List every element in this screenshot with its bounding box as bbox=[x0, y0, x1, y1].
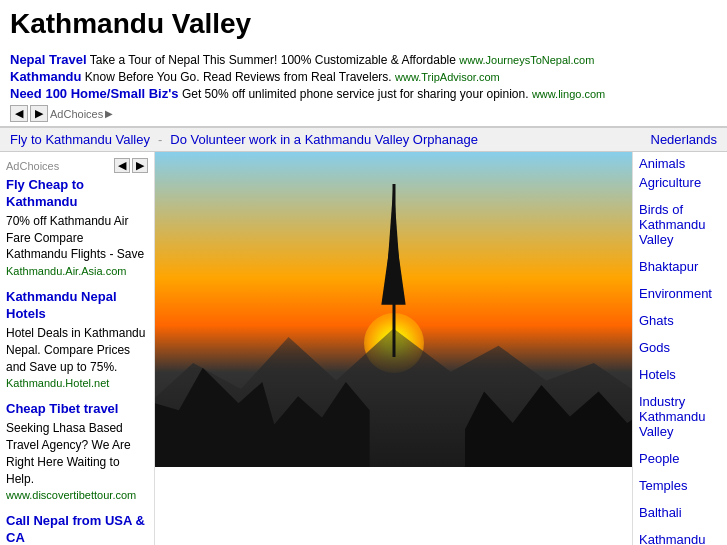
ad-row: Need 100 Home/Small Biz's Get 50% off un… bbox=[10, 86, 717, 101]
ad-row: Kathmandu Know Before You Go. Read Revie… bbox=[10, 69, 717, 84]
left-ad-3-title[interactable]: Cheap Tibet travel bbox=[6, 401, 118, 416]
left-adchoices-label: AdChoices bbox=[6, 160, 59, 172]
right-separator bbox=[639, 497, 721, 505]
sidebar-item-industry[interactable]: Industry Kathmandu Valley bbox=[639, 394, 721, 439]
right-separator bbox=[639, 194, 721, 202]
ad-link-small-biz[interactable]: Need 100 Home/Small Biz's bbox=[10, 86, 179, 101]
right-separator bbox=[639, 524, 721, 532]
ad-bar: Nepal Travel Take a Tour of Nepal This S… bbox=[0, 46, 727, 127]
nav-link-volunteer[interactable]: Do Volunteer work in a Kathmandu Valley … bbox=[170, 132, 478, 147]
left-ad-1-title[interactable]: Fly Cheap to Kathmandu bbox=[6, 177, 84, 209]
left-ad-4-title[interactable]: Call Nepal from USA & CA bbox=[6, 513, 145, 545]
ad-url[interactable]: www.lingo.com bbox=[532, 88, 605, 100]
sidebar-item-birds[interactable]: Birds of Kathmandu Valley bbox=[639, 202, 721, 247]
ad-link-nepal-travel[interactable]: Nepal Travel bbox=[10, 52, 87, 67]
sidebar-item-balthali[interactable]: Balthali bbox=[639, 505, 721, 520]
left-ad-1: Fly Cheap to Kathmandu 70% off Kathmandu… bbox=[6, 177, 148, 277]
left-column: AdChoices ◀ ▶ Fly Cheap to Kathmandu 70%… bbox=[0, 152, 155, 545]
sidebar-item-kathmandu[interactable]: Kathmandu bbox=[639, 532, 721, 545]
sidebar-item-agriculture[interactable]: Agriculture bbox=[639, 175, 721, 190]
left-ad-4: Call Nepal from USA & CA Simple. Afforda… bbox=[6, 513, 148, 545]
nav-separator: - bbox=[158, 132, 162, 147]
left-ad-2: Kathmandu Nepal Hotels Hotel Deals in Ka… bbox=[6, 289, 148, 389]
page-title: Kathmandu Valley bbox=[0, 0, 727, 46]
ad-next-button[interactable]: ▶ bbox=[30, 105, 48, 122]
sidebar-item-ghats[interactable]: Ghats bbox=[639, 313, 721, 328]
main-layout: AdChoices ◀ ▶ Fly Cheap to Kathmandu 70%… bbox=[0, 152, 727, 545]
adchoices-label: AdChoices ▶ bbox=[50, 108, 113, 120]
nav-language[interactable]: Nederlands bbox=[651, 132, 718, 147]
left-ad-1-url[interactable]: Kathmandu.Air.Asia.com bbox=[6, 265, 148, 277]
ad-text: Get 50% off unlimited phone service just… bbox=[182, 87, 532, 101]
ad-nav: ◀ ▶ AdChoices ▶ bbox=[10, 105, 717, 122]
ad-text: Take a Tour of Nepal This Summer! 100% C… bbox=[90, 53, 460, 67]
left-ad-2-body: Hotel Deals in Kathmandu Nepal. Compare … bbox=[6, 325, 148, 375]
ad-url[interactable]: www.JourneysToNepal.com bbox=[459, 54, 594, 66]
right-separator bbox=[639, 332, 721, 340]
nav-bar: Fly to Kathmandu Valley - Do Volunteer w… bbox=[0, 127, 727, 152]
right-column: Animals Agriculture Birds of Kathmandu V… bbox=[632, 152, 727, 545]
right-separator bbox=[639, 305, 721, 313]
sidebar-item-people[interactable]: People bbox=[639, 451, 721, 466]
nav-links: Fly to Kathmandu Valley - Do Volunteer w… bbox=[10, 132, 478, 147]
left-adchoices-nav: ◀ ▶ bbox=[114, 158, 148, 173]
center-column bbox=[155, 152, 632, 545]
left-ad-2-url[interactable]: Kathmandu.Hotel.net bbox=[6, 377, 148, 389]
left-ad-1-body: 70% off Kathmandu Air Fare Compare Kathm… bbox=[6, 213, 148, 263]
left-ad-prev-button[interactable]: ◀ bbox=[114, 158, 130, 173]
left-ad-3-body: Seeking Lhasa Based Travel Agency? We Ar… bbox=[6, 420, 148, 487]
sunset-image bbox=[155, 152, 632, 467]
right-separator bbox=[639, 470, 721, 478]
ad-link-kathmandu[interactable]: Kathmandu bbox=[10, 69, 82, 84]
right-separator bbox=[639, 278, 721, 286]
right-separator bbox=[639, 359, 721, 367]
ad-text: Know Before You Go. Read Reviews from Re… bbox=[85, 70, 395, 84]
nav-link-fly[interactable]: Fly to Kathmandu Valley bbox=[10, 132, 150, 147]
right-separator bbox=[639, 251, 721, 259]
ad-row: Nepal Travel Take a Tour of Nepal This S… bbox=[10, 52, 717, 67]
right-separator bbox=[639, 443, 721, 451]
sidebar-item-temples[interactable]: Temples bbox=[639, 478, 721, 493]
left-ad-2-title[interactable]: Kathmandu Nepal Hotels bbox=[6, 289, 117, 321]
sidebar-item-bhaktapur[interactable]: Bhaktapur bbox=[639, 259, 721, 274]
left-ad-next-button[interactable]: ▶ bbox=[132, 158, 148, 173]
sidebar-item-animals[interactable]: Animals bbox=[639, 156, 721, 171]
left-adchoices-bar: AdChoices ◀ ▶ bbox=[6, 158, 148, 173]
sidebar-item-hotels[interactable]: Hotels bbox=[639, 367, 721, 382]
left-ad-3: Cheap Tibet travel Seeking Lhasa Based T… bbox=[6, 401, 148, 501]
ad-url[interactable]: www.TripAdvisor.com bbox=[395, 71, 500, 83]
sidebar-item-gods[interactable]: Gods bbox=[639, 340, 721, 355]
left-ad-3-url[interactable]: www.discovertibettour.com bbox=[6, 489, 148, 501]
foliage-left bbox=[155, 325, 370, 467]
adchoices-icon: ▶ bbox=[105, 108, 113, 119]
right-separator bbox=[639, 386, 721, 394]
sidebar-item-environment[interactable]: Environment bbox=[639, 286, 721, 301]
tree bbox=[392, 184, 395, 357]
ad-prev-button[interactable]: ◀ bbox=[10, 105, 28, 122]
